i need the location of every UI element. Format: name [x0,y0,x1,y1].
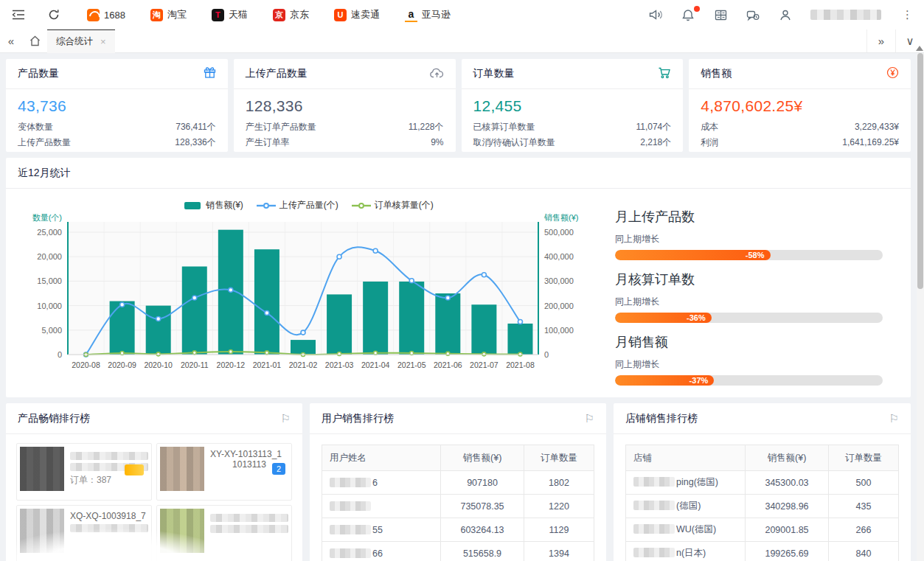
page-scrollbar[interactable] [917,53,924,561]
product-image-redacted [160,509,204,553]
product-text-redacted [70,524,148,532]
product-info [210,509,288,559]
growth-block-2: 月销售额同上期增长-37% [615,333,883,386]
1688-tab[interactable]: 1688 [87,9,125,21]
name-suffix: ping(德国) [676,477,718,487]
name-suffix: 66 [372,548,383,559]
top-toolbar: 1688淘淘宝T天猫京京东U速卖通a亚马逊 ⋮ [0,0,924,29]
svg-text:2021-08: 2021-08 [506,360,535,369]
page-tab-bar: « 综合统计 × » ∨ [0,29,924,53]
table-row: (德国)340298.96435 [626,495,899,518]
scrollbar-thumb[interactable] [917,53,923,289]
home-icon[interactable] [22,35,47,46]
product-card-3[interactable] [156,505,292,561]
svg-text:数量(个): 数量(个) [32,213,62,222]
column-header: 订单数量 [829,445,899,471]
table-row: WU(德国)209001.85266 [626,518,899,542]
user-panel-title: 用户销售排行榜 [322,412,394,425]
growth-progress-track: -37% [615,375,883,386]
stat-card-header: 产品数量 [6,59,228,89]
orders-cell: 1394 [524,542,594,561]
legend-item[interactable]: 订单核算量(个) [352,199,434,212]
cloud-upload-icon [430,67,444,80]
tmall-tab[interactable]: T天猫 [212,8,248,21]
refresh-icon[interactable] [46,7,62,23]
platform-label: 京东 [290,8,309,21]
product-card-0[interactable]: 订单：387 [16,443,152,501]
jd-tab[interactable]: 京京东 [273,8,309,21]
profile-icon[interactable] [778,7,793,22]
workbench-icon[interactable] [713,7,728,22]
legend-item[interactable]: 上传产品量(个) [257,199,338,212]
name-suffix: 6 [372,478,378,488]
growth-progress-value: -37% [689,376,709,385]
announcement-icon[interactable] [648,7,663,22]
product-card-2[interactable]: XQ-XQ-1003918_7 [16,505,152,561]
flag-icon[interactable]: ⚐ [281,412,291,425]
stat-cards-row: 产品数量43,736变体数量736,411个上传产品数量128,336个上传产品… [6,59,911,152]
chart-panel-header: 近12月统计 [6,158,911,189]
table-row: 66515658.91394 [322,542,594,561]
tabs-scroll-right-icon[interactable]: » [866,29,895,52]
table-body: 69071801802735078.35122055603264.1311296… [322,471,594,561]
table-row: 735078.351220 [322,495,594,518]
platform-tabs: 1688淘淘宝T天猫京京东U速卖通a亚马逊 [87,8,451,22]
name-cell: 6 [322,471,441,495]
svg-text:2020-12: 2020-12 [217,360,246,369]
tab-comprehensive-statistics[interactable]: 综合统计 × [47,29,115,53]
gift-icon [204,66,216,81]
svg-text:400,000: 400,000 [544,252,574,261]
stat-row-label: 已核算订单数量 [473,119,535,135]
stat-row-label: 产生订单率 [246,135,290,150]
column-header: 销售额(¥) [746,445,829,471]
aliexpress-tab[interactable]: U速卖通 [334,8,380,21]
cart-icon [658,67,671,81]
growth-block-1: 月核算订单数同上期增长-36% [615,271,883,323]
ranking-panels-row: 产品畅销排行榜 ⚐ 订单：387XY-XY-1013113_110131132X… [6,403,911,561]
chart-area: 销售额(¥)上传产品量(个)订单核算量(个) 005,000100,00010,… [6,189,611,386]
customer-service-icon[interactable] [746,7,760,22]
legend-line-swatch [352,201,371,210]
stat-card-value: 4,870,602.25¥ [689,89,911,119]
flag-icon[interactable]: ⚐ [585,412,594,425]
svg-text:2020-10: 2020-10 [144,360,173,369]
notification-dot [694,6,700,12]
svg-text:2021-05: 2021-05 [397,360,426,369]
tabs-scroll-left-icon[interactable]: « [0,35,22,47]
growth-sublabel: 同上期增长 [615,233,883,245]
product-text-redacted [210,525,288,533]
legend-label: 销售额(¥) [206,199,243,212]
svg-text:5,000: 5,000 [41,326,62,335]
stat-card-row: 成本3,229,433¥ [689,119,911,135]
username-redacted[interactable] [810,10,881,20]
growth-progress-fill: -58% [615,250,771,260]
stat-row-label: 取消/待确认订单数量 [473,135,555,150]
name-suffix: (德国) [676,501,701,511]
flag-icon[interactable]: ⚐ [889,412,899,425]
name-cell: (德国) [626,495,746,518]
growth-title: 月销售额 [615,333,883,351]
stat-card-row: 取消/待确认订单数量2,218个 [462,135,684,150]
stat-row-label: 成本 [701,119,718,135]
table-row: ping(德国)345300.03500 [626,471,899,495]
product-text-redacted [70,452,148,460]
combo-chart: 005,000100,00010,000200,00015,000300,000… [6,213,611,384]
svg-text:200,000: 200,000 [544,302,574,310]
legend-item[interactable]: 销售额(¥) [183,199,243,212]
tab-close-icon[interactable]: × [100,36,106,47]
more-menu-icon[interactable]: ⋮ [902,8,914,21]
growth-progress-value: -36% [687,313,706,322]
svg-text:2021-01: 2021-01 [253,360,282,369]
product-sku: XY-XY-1013113_1 [210,449,288,459]
legend-line-swatch [257,201,276,210]
product-medal-badge [125,464,144,475]
product-card-1[interactable]: XY-XY-1013113_110131132 [156,443,292,501]
platform-label: 天猫 [229,8,248,21]
collapse-menu-icon[interactable] [10,7,27,23]
amazon-tab[interactable]: a亚马逊 [405,8,451,22]
jd-icon: 京 [273,9,285,21]
stat-card-row: 上传产品数量128,336个 [6,135,228,150]
scroll-up-arrow[interactable] [916,46,923,51]
taobao-tab[interactable]: 淘淘宝 [150,8,187,21]
notification-bell-icon[interactable] [681,7,695,22]
